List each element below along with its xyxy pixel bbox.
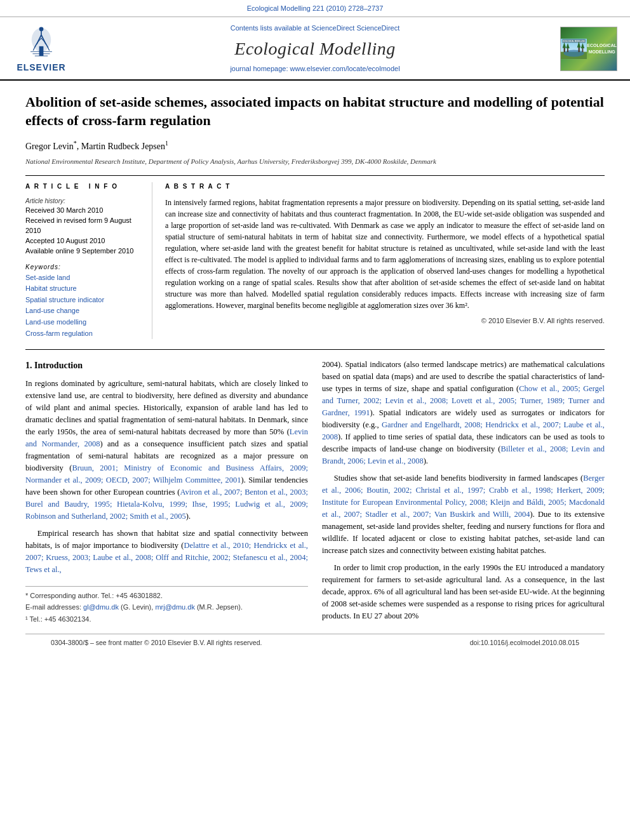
affiliation: National Environmental Research Institut…: [25, 157, 605, 167]
issn-info: 0304-3800/$ – see front matter © 2010 El…: [51, 638, 262, 648]
keywords-section: Keywords: Set-aside land Habitat structu…: [25, 263, 143, 339]
keyword-3[interactable]: Spatial structure indicator: [25, 295, 143, 306]
journal-homepage: journal homepage: www.elsevier.com/locat…: [76, 64, 554, 74]
keyword-1[interactable]: Set-aside land: [25, 272, 143, 284]
svg-text:ECOLOGICAL MODELLING: ECOLOGICAL MODELLING: [563, 40, 586, 43]
journal-citation: Ecological Modelling 221 (2010) 2728–273…: [247, 4, 384, 12]
page: Ecological Modelling 221 (2010) 2728–273…: [0, 0, 630, 840]
elsevier-tree-icon: [22, 25, 60, 60]
ref-levin-normander[interactable]: Levin and Normander, 2008: [25, 427, 308, 448]
footnotes: * Corresponding author. Tel.: +45 463018…: [25, 586, 308, 625]
ref-bruun[interactable]: Bruun, 2001; Ministry of Economic and Bu…: [25, 463, 308, 484]
section-divider: [25, 349, 605, 350]
intro-rp1: 2004). Spatial indicators (also termed l…: [322, 359, 605, 467]
footnote-1: * Corresponding author. Tel.: +45 463018…: [25, 590, 308, 601]
doi-info: doi:10.1016/j.ecolmodel.2010.08.015: [470, 638, 579, 648]
svg-point-9: [564, 50, 584, 57]
email-jepsen[interactable]: mrj@dmu.dk: [155, 603, 195, 611]
accepted-date: Accepted 10 August 2010: [25, 236, 143, 246]
svg-point-3: [39, 27, 44, 31]
elsevier-wordmark: ELSEVIER: [17, 61, 65, 74]
homepage-url[interactable]: www.elsevier.com/locate/ecolmodel: [290, 65, 400, 72]
intro-rp2: Studies show that set-aside land benefit…: [322, 472, 605, 557]
revised-date: Received in revised form 9 August 2010: [25, 216, 143, 236]
keyword-5[interactable]: Land-use modelling: [25, 317, 143, 328]
article-history: Article history: Received 30 March 2010 …: [25, 197, 143, 257]
keyword-2[interactable]: Habitat structure: [25, 283, 143, 295]
abstract-column: A B S T R A C T In intensively farmed re…: [165, 182, 605, 339]
email-levin[interactable]: gl@dmu.dk: [83, 603, 119, 611]
intro-rp3: In order to limit crop production, in th…: [322, 562, 605, 622]
email-label: E-mail addresses:: [25, 603, 83, 611]
keywords-label: Keywords:: [25, 263, 143, 272]
abstract-label: A B S T R A C T: [165, 182, 605, 192]
ref-aviron[interactable]: Aviron et al., 2007; Benton et al., 2003…: [25, 488, 308, 521]
footnote-2: E-mail addresses: gl@dmu.dk (G. Levin), …: [25, 602, 308, 613]
cover-svg: ECOLOGICAL MODELLING: [561, 27, 587, 71]
article-info-abstract: A R T I C L E I N F O Article history: R…: [25, 175, 605, 339]
ref-billeter[interactable]: Billeter et al., 2008; Levin and Brandt,…: [322, 444, 605, 465]
bottom-bar: 0304-3800/$ – see front matter © 2010 El…: [25, 634, 605, 651]
ref-chow[interactable]: Chow et al., 2005; Gergel and Turner, 20…: [322, 384, 605, 417]
article-info-column: A R T I C L E I N F O Article history: R…: [25, 182, 152, 339]
journal-citation-bar: Ecological Modelling 221 (2010) 2728–273…: [0, 0, 630, 17]
author-gregor: Gregor Levin: [25, 141, 74, 150]
author-jepsen-marker: 1: [165, 140, 168, 147]
ref-gardner[interactable]: Gardner and Engelhardt, 2008; Hendrickx …: [322, 420, 605, 441]
ref-delattre[interactable]: Delattre et al., 2010; Hendrickx et al.,…: [25, 541, 308, 574]
introduction-section: 1. Introduction In regions dominated by …: [25, 359, 605, 627]
intro-col-left: 1. Introduction In regions dominated by …: [25, 359, 308, 627]
history-label: Article history:: [25, 197, 143, 206]
available-date: Available online 9 September 2010: [25, 246, 143, 257]
article-title: Abolition of set-aside schemes, associat…: [25, 93, 605, 130]
journal-cover-image: ECOLOGICAL MODELLING: [560, 27, 617, 71]
journal-title: Ecological Modelling: [76, 36, 554, 62]
journal-center-info: Contents lists available at ScienceDirec…: [70, 23, 560, 74]
abstract-text: In intensively farmed regions, habitat f…: [165, 197, 605, 311]
copyright: © 2010 Elsevier B.V. All rights reserved…: [165, 316, 605, 326]
keyword-6[interactable]: Cross-farm regulation: [25, 328, 143, 340]
article-info-label: A R T I C L E I N F O: [25, 182, 143, 192]
footnote-3: ¹ Tel.: +45 46302134.: [25, 614, 308, 625]
elsevier-logo: ELSEVIER: [13, 25, 70, 74]
authors-line: Gregor Levin*, Martin Rudbeck Jepsen1: [25, 139, 605, 153]
ref-berger[interactable]: Berger et al., 2006; Boutin, 2002; Chris…: [322, 474, 605, 519]
sciencedirect-link[interactable]: Contents lists available at ScienceDirec…: [76, 23, 554, 34]
journal-header: ELSEVIER Contents lists available at Sci…: [0, 17, 630, 81]
intro-col-right: 2004). Spatial indicators (also termed l…: [322, 359, 605, 627]
keyword-4[interactable]: Land-use change: [25, 305, 143, 317]
intro-p1: In regions dominated by agriculture, sem…: [25, 378, 308, 523]
received-date: Received 30 March 2010: [25, 206, 143, 216]
intro-p2: Empirical research has shown that habita…: [25, 528, 308, 576]
main-content: Abolition of set-aside schemes, associat…: [0, 81, 630, 664]
intro-heading: 1. Introduction: [25, 359, 308, 372]
